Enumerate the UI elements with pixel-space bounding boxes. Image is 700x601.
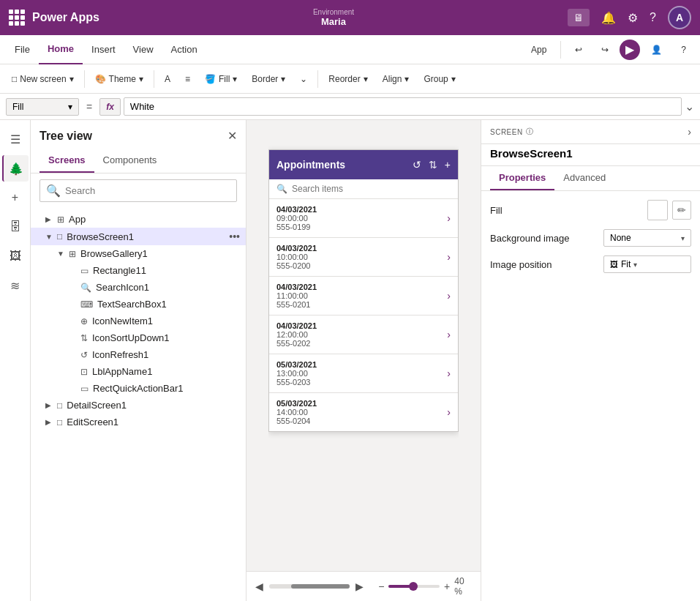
zoom-slider-thumb[interactable]	[409, 582, 418, 591]
browsescreen1-more[interactable]: •••	[229, 231, 240, 242]
monitor-icon[interactable]: 🖥	[568, 9, 590, 26]
zoom-in-button[interactable]: +	[444, 581, 450, 592]
new-screen-button[interactable]: □ New screen ▾	[6, 71, 80, 87]
variable-icon[interactable]: ≋	[2, 272, 29, 299]
app-search-input[interactable]	[292, 184, 451, 194]
more-options-button[interactable]: ⌄	[294, 71, 313, 87]
list-item-0-arrow: ›	[447, 212, 451, 224]
list-item-1[interactable]: 04/03/2021 10:00:00 555-0200 ›	[269, 238, 458, 277]
menu-file[interactable]: File	[6, 35, 39, 64]
tree-item-browsescreen1[interactable]: ▼ □ BrowseScreen1 •••	[31, 228, 246, 245]
help-menu-button[interactable]: ?	[673, 41, 694, 59]
expand-gallery[interactable]: ▼	[57, 250, 66, 258]
fill-button[interactable]: 🪣 Fill ▾	[199, 71, 243, 87]
tab-advanced[interactable]: Advanced	[554, 166, 614, 190]
menu-view[interactable]: View	[124, 35, 162, 64]
align-items-button[interactable]: Align ▾	[377, 71, 415, 87]
theme-button[interactable]: 🎨 Theme ▾	[89, 71, 149, 87]
data-icon[interactable]: 🗄	[2, 214, 29, 240]
menu-action[interactable]: Action	[162, 35, 206, 64]
tree-item-editscreen1[interactable]: ▶ □ EditScreen1	[31, 414, 246, 430]
tree-item-browsegallery1[interactable]: ▼ ⊞ BrowseGallery1	[31, 245, 246, 262]
zoom-slider-track[interactable]	[388, 585, 440, 588]
add-app-icon[interactable]: +	[445, 159, 451, 171]
expand-panel-button[interactable]: ›	[688, 126, 691, 138]
undo-button[interactable]: ↩	[567, 41, 590, 59]
screen-info-icon[interactable]: ⓘ	[526, 127, 534, 137]
list-item-0[interactable]: 04/03/2021 09:00:00 555-0199 ›	[269, 199, 458, 238]
tree-item-lblappname1[interactable]: ⊡ LblAppName1	[31, 363, 246, 380]
tree-item-rectangle11[interactable]: ▭ Rectangle11	[31, 262, 246, 279]
tree-close-button[interactable]: ✕	[227, 129, 237, 143]
props-panel: SCREEN ⓘ › BrowseScreen1 Properties Adva…	[481, 120, 700, 601]
menu-home[interactable]: Home	[39, 35, 83, 64]
font-size-button[interactable]: A	[159, 71, 176, 87]
tree-item-textsearchbox1[interactable]: ⌨ TextSearchBox1	[31, 296, 246, 313]
img-position-select[interactable]: 🖼 Fit ▾	[603, 255, 691, 273]
expand-detail[interactable]: ▶	[45, 401, 54, 409]
tree-item-iconrefresh1[interactable]: ↺ IconRefresh1	[31, 346, 246, 363]
expand-edit[interactable]: ▶	[45, 418, 54, 426]
settings-icon[interactable]: ⚙	[628, 11, 638, 25]
scroll-left-icon[interactable]: ◀	[255, 581, 263, 592]
zoom-out-button[interactable]: −	[378, 581, 384, 592]
formula-chevron[interactable]: ⌄	[685, 100, 694, 113]
property-selector-value: Fill	[12, 102, 23, 112]
list-item-1-content: 04/03/2021 10:00:00 555-0200	[276, 244, 447, 270]
main-layout: ☰ 🌲 + 🗄 🖼 ≋ Tree view ✕ Screens Componen…	[0, 120, 700, 601]
border-button[interactable]: Border ▾	[246, 71, 291, 87]
fx-button[interactable]: fx	[99, 98, 121, 116]
scroll-thumb[interactable]	[291, 584, 350, 589]
waffle-button[interactable]	[9, 10, 25, 26]
fill-color-picker[interactable]	[647, 200, 668, 220]
search-input[interactable]	[65, 185, 230, 196]
align-button[interactable]: ≡	[179, 71, 196, 87]
fill-chevron: ▾	[233, 74, 237, 84]
tree-item-rectquickactionbar1[interactable]: ▭ RectQuickActionBar1	[31, 380, 246, 397]
tab-components[interactable]: Components	[94, 149, 166, 173]
theme-label: Theme	[109, 74, 136, 84]
tree-view-icon[interactable]: 🌲	[2, 155, 29, 182]
tab-properties[interactable]: Properties	[490, 166, 554, 190]
redo-button[interactable]: ↪	[593, 41, 617, 59]
reorder-button[interactable]: Reorder ▾	[323, 71, 373, 87]
sidebar-icons: ☰ 🌲 + 🗄 🖼 ≋	[0, 120, 31, 601]
sort-app-icon[interactable]: ⇅	[429, 159, 437, 171]
expand-browsescreen[interactable]: ▼	[45, 233, 54, 241]
group-button[interactable]: Group ▾	[418, 71, 461, 87]
user-button[interactable]: 👤	[643, 41, 670, 59]
menu-right-actions: App ↩ ↪ ▶ 👤 ?	[523, 40, 694, 60]
expand-app[interactable]: ▶	[45, 215, 54, 223]
add-icon[interactable]: +	[2, 184, 29, 211]
tree-item-iconnewitem1[interactable]: ⊕ IconNewItem1	[31, 313, 246, 329]
menu-insert[interactable]: Insert	[83, 35, 124, 64]
formula-input[interactable]	[124, 97, 682, 116]
bell-icon[interactable]: 🔔	[601, 11, 616, 25]
refresh-app-icon[interactable]: ↺	[413, 159, 421, 171]
app-label: App	[523, 41, 554, 59]
list-item-2[interactable]: 04/03/2021 11:00:00 555-0201 ›	[269, 277, 458, 316]
fill-property-label: Fill	[490, 205, 503, 216]
fill-color-edit-icon[interactable]: ✏	[672, 201, 691, 220]
scroll-track[interactable]	[269, 584, 350, 589]
tree-item-detailscreen1[interactable]: ▶ □ DetailScreen1	[31, 397, 246, 414]
bg-image-select[interactable]: None ▾	[603, 229, 691, 247]
list-item-4[interactable]: 05/03/2021 13:00:00 555-0203 ›	[269, 354, 458, 393]
tree-search-box[interactable]: 🔍	[39, 179, 237, 202]
tree-item-app[interactable]: ▶ ⊞ App	[31, 211, 246, 228]
media-icon[interactable]: 🖼	[2, 243, 29, 269]
help-icon[interactable]: ?	[650, 11, 656, 24]
tree-item-iconsortupdown1[interactable]: ⇅ IconSortUpDown1	[31, 329, 246, 346]
screen-icon-browse: □	[57, 231, 62, 242]
app-search-icon: 🔍	[276, 184, 287, 194]
avatar[interactable]: A	[668, 6, 691, 29]
play-button[interactable]: ▶	[620, 40, 640, 60]
app-search-bar[interactable]: 🔍	[269, 179, 458, 199]
list-item-5[interactable]: 05/03/2021 14:00:00 555-0204 ›	[269, 393, 458, 431]
hamburger-icon[interactable]: ☰	[2, 126, 29, 152]
tab-screens[interactable]: Screens	[39, 149, 94, 173]
scroll-right-icon[interactable]: ▶	[355, 581, 364, 592]
list-item-3[interactable]: 04/03/2021 12:00:00 555-0202 ›	[269, 316, 458, 354]
property-selector[interactable]: Fill ▾	[6, 98, 79, 116]
tree-item-searchicon1[interactable]: 🔍 SearchIcon1	[31, 279, 246, 296]
